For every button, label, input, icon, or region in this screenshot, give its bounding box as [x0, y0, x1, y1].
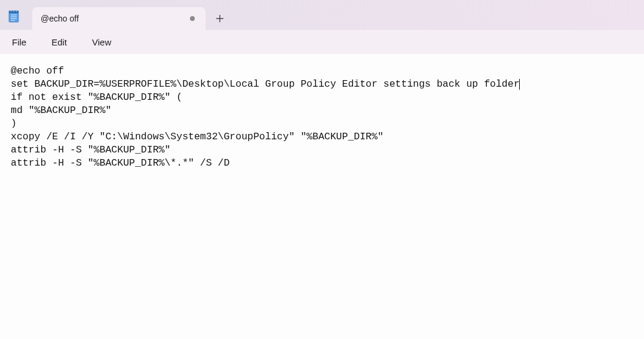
menu-edit[interactable]: Edit — [43, 33, 75, 51]
menu-file[interactable]: File — [4, 33, 35, 51]
svg-point-3 — [13, 11, 14, 12]
tab-title: @echo off — [41, 14, 185, 23]
svg-point-2 — [11, 11, 12, 12]
text-caret — [519, 79, 520, 90]
tab-modified-indicator-icon[interactable] — [190, 16, 195, 21]
svg-point-4 — [16, 11, 17, 12]
menubar: File Edit View — [0, 30, 644, 54]
text-editor-area[interactable]: @echo off set BACKUP_DIR=%USERPROFILE%\D… — [0, 54, 644, 339]
new-tab-button[interactable] — [208, 7, 232, 30]
notepad-app-icon — [8, 10, 19, 23]
menu-view[interactable]: View — [84, 33, 119, 51]
document-tab[interactable]: @echo off — [32, 7, 206, 30]
plus-icon — [216, 14, 224, 23]
titlebar: @echo off — [0, 0, 644, 30]
